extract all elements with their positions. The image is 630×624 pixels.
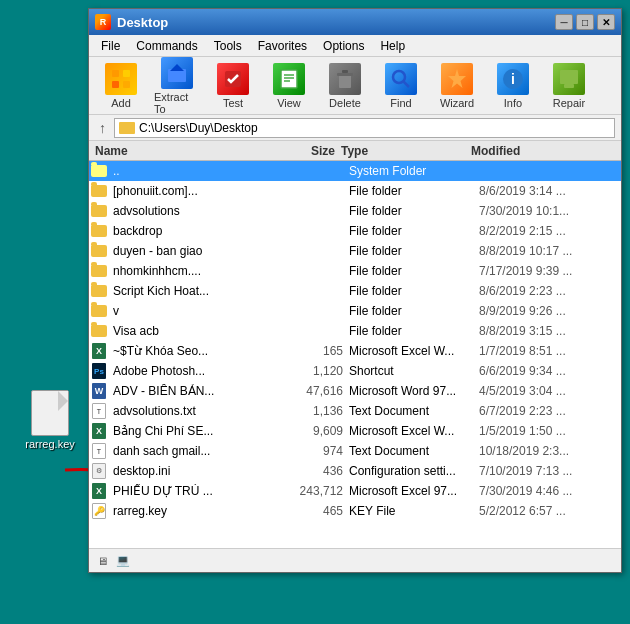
table-row[interactable]: nhomkinhhcm.... File folder 7/17/2019 9:… (89, 261, 621, 281)
extract-icon (161, 57, 193, 89)
table-row[interactable]: Script Kich Hoat... File folder 8/6/2019… (89, 281, 621, 301)
add-icon (105, 63, 137, 95)
file-modified: 7/30/2019 10:1... (479, 204, 619, 218)
file-type-icon: X (91, 423, 107, 439)
table-row[interactable]: W ADV - BIÊN BẢN... 47,616 Microsoft Wor… (89, 381, 621, 401)
svg-rect-20 (560, 70, 578, 84)
toolbar-repair-button[interactable]: Repair (543, 59, 595, 113)
table-row[interactable]: Visa acb File folder 8/8/2019 3:15 ... (89, 321, 621, 341)
file-type-icon (91, 183, 107, 199)
toolbar-test-button[interactable]: Test (207, 59, 259, 113)
menu-favorites[interactable]: Favorites (250, 37, 315, 55)
file-type-icon (91, 323, 107, 339)
status-monitor-icon: 🖥 (97, 555, 108, 567)
file-type: Configuration setti... (349, 464, 479, 478)
toolbar-info-button[interactable]: i Info (487, 59, 539, 113)
repair-label: Repair (553, 97, 585, 109)
file-size: 47,616 (279, 384, 349, 398)
file-size: 974 (279, 444, 349, 458)
col-type-header: Type (341, 144, 471, 158)
table-row[interactable]: X PHIẾU DỰ TRÙ ... 243,712 Microsoft Exc… (89, 481, 621, 501)
file-size: 465 (279, 504, 349, 518)
file-modified: 8/6/2019 3:14 ... (479, 184, 619, 198)
file-name: ~$Từ Khóa Seo... (111, 344, 279, 358)
info-icon: i (497, 63, 529, 95)
file-type: File folder (349, 264, 479, 278)
table-row[interactable]: X ~$Từ Khóa Seo... 165 Microsoft Excel W… (89, 341, 621, 361)
svg-rect-2 (123, 70, 130, 77)
file-type: Shortcut (349, 364, 479, 378)
file-type-icon: W (91, 383, 107, 399)
table-row[interactable]: 🔑 rarreg.key 465 KEY File 5/2/2012 6:57 … (89, 501, 621, 521)
table-row[interactable]: advsolutions File folder 7/30/2019 10:1.… (89, 201, 621, 221)
repair-icon (553, 63, 585, 95)
file-size: 1,136 (279, 404, 349, 418)
file-list-container: Name Size Type Modified .. System Folder… (89, 141, 621, 548)
file-modified: 8/9/2019 9:26 ... (479, 304, 619, 318)
table-row[interactable]: v File folder 8/9/2019 9:26 ... (89, 301, 621, 321)
menu-file[interactable]: File (93, 37, 128, 55)
toolbar-add-button[interactable]: Add (95, 59, 147, 113)
file-type: Microsoft Word 97... (349, 384, 479, 398)
file-type: KEY File (349, 504, 479, 518)
desktop-file-icon[interactable]: rarreg.key (18, 390, 82, 450)
file-list-header: Name Size Type Modified (89, 141, 621, 161)
svg-line-16 (404, 81, 410, 87)
table-row[interactable]: X Bảng Chi Phí SE... 9,609 Microsoft Exc… (89, 421, 621, 441)
file-modified: 8/8/2019 3:15 ... (479, 324, 619, 338)
file-type-icon (91, 243, 107, 259)
file-name: rarreg.key (111, 504, 279, 518)
view-label: View (277, 97, 301, 109)
address-box[interactable]: C:\Users\Duy\Desktop (114, 118, 615, 138)
file-type-icon: X (91, 483, 107, 499)
status-network-icon: 💻 (116, 554, 130, 567)
file-type: Microsoft Excel W... (349, 344, 479, 358)
file-type-icon: ⚙ (91, 463, 107, 479)
svg-point-15 (393, 71, 405, 83)
toolbar-wizard-button[interactable]: Wizard (431, 59, 483, 113)
winrar-window: R Desktop ─ □ ✕ File Commands Tools Favo… (88, 8, 622, 573)
toolbar-delete-button[interactable]: Delete (319, 59, 371, 113)
file-type: File folder (349, 304, 479, 318)
table-row[interactable]: Ps Adobe Photosh... 1,120 Shortcut 6/6/2… (89, 361, 621, 381)
svg-marker-17 (448, 69, 466, 88)
file-name: [phonuiit.com]... (111, 184, 279, 198)
file-name: nhomkinhhcm.... (111, 264, 279, 278)
table-row[interactable]: [phonuiit.com]... File folder 8/6/2019 3… (89, 181, 621, 201)
file-size: 436 (279, 464, 349, 478)
table-row[interactable]: backdrop File folder 8/2/2019 2:15 ... (89, 221, 621, 241)
address-text: C:\Users\Duy\Desktop (139, 121, 258, 135)
file-icon-image (31, 390, 69, 436)
maximize-button[interactable]: □ (576, 14, 594, 30)
table-row[interactable]: duyen - ban giao File folder 8/8/2019 10… (89, 241, 621, 261)
file-type: Microsoft Excel W... (349, 424, 479, 438)
table-row[interactable]: .. System Folder (89, 161, 621, 181)
svg-rect-8 (281, 70, 297, 88)
table-row[interactable]: ⚙ desktop.ini 436 Configuration setti...… (89, 461, 621, 481)
back-button[interactable]: ↑ (95, 120, 110, 136)
toolbar-view-button[interactable]: View (263, 59, 315, 113)
file-size: 243,712 (279, 484, 349, 498)
svg-marker-6 (170, 64, 184, 71)
file-size: 165 (279, 344, 349, 358)
toolbar-find-button[interactable]: Find (375, 59, 427, 113)
svg-rect-12 (339, 75, 351, 88)
file-size: 9,609 (279, 424, 349, 438)
file-modified: 7/30/2019 4:46 ... (479, 484, 619, 498)
menu-tools[interactable]: Tools (206, 37, 250, 55)
table-row[interactable]: T danh sach gmail... 974 Text Document 1… (89, 441, 621, 461)
minimize-button[interactable]: ─ (555, 14, 573, 30)
close-button[interactable]: ✕ (597, 14, 615, 30)
svg-rect-1 (112, 70, 119, 77)
file-name: advsolutions (111, 204, 279, 218)
menu-help[interactable]: Help (372, 37, 413, 55)
status-bar: 🖥 💻 (89, 548, 621, 572)
file-modified: 5/2/2012 6:57 ... (479, 504, 619, 518)
file-name: desktop.ini (111, 464, 279, 478)
find-icon (385, 63, 417, 95)
toolbar-extract-button[interactable]: Extract To (151, 53, 203, 119)
file-modified: 4/5/2019 3:04 ... (479, 384, 619, 398)
table-row[interactable]: T advsolutions.txt 1,136 Text Document 6… (89, 401, 621, 421)
file-type: File folder (349, 244, 479, 258)
menu-options[interactable]: Options (315, 37, 372, 55)
